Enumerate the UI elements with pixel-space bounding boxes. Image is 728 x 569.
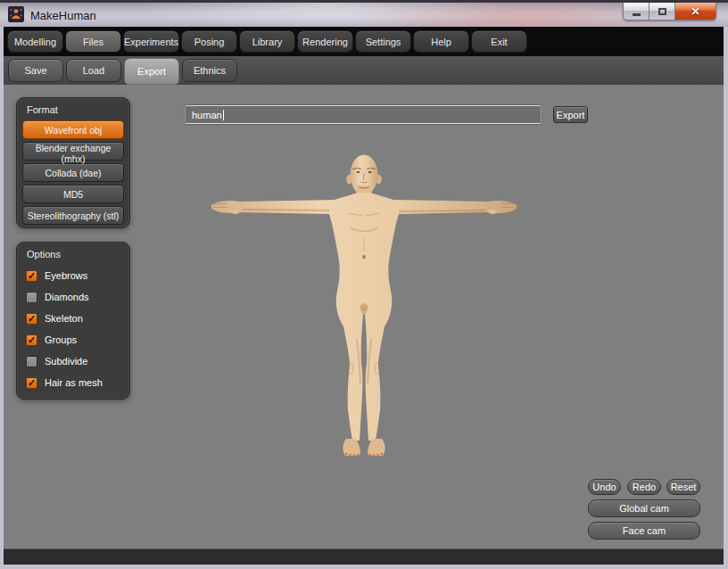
hair-as-mesh-checkbox[interactable]: ✓ <box>26 377 37 389</box>
tab-rendering[interactable]: Rendering <box>297 30 353 53</box>
undo-button[interactable]: Undo <box>588 479 621 495</box>
option-eyebrows[interactable]: ✓ Eyebrows <box>17 265 129 286</box>
tab-experiments[interactable]: Experiments <box>123 30 179 53</box>
options-panel: Options ✓ Eyebrows Diamonds ✓ Skeleton ✓… <box>16 242 130 400</box>
minimize-icon <box>633 13 641 16</box>
diamonds-label: Diamonds <box>45 292 89 302</box>
format-blender-mhx-button[interactable]: Blender exchange (mhx) <box>22 142 124 161</box>
subtab-export[interactable]: Export <box>124 58 179 85</box>
app-content: Modelling Files Experiments Posing Libra… <box>4 27 724 565</box>
close-button[interactable]: ✕ <box>674 3 716 21</box>
status-bar <box>4 548 724 565</box>
maximize-icon <box>658 8 666 15</box>
maximize-button[interactable] <box>649 3 674 21</box>
redo-button[interactable]: Redo <box>627 479 661 495</box>
global-cam-button[interactable]: Global cam <box>588 499 700 517</box>
options-panel-title: Options <box>17 243 129 265</box>
format-stereolithography-stl-button[interactable]: Stereolithography (stl) <box>22 206 124 225</box>
export-button[interactable]: Export <box>553 106 588 123</box>
subtab-load[interactable]: Load <box>66 59 121 82</box>
tab-exit[interactable]: Exit <box>471 30 527 53</box>
window-title: MakeHuman <box>30 9 96 22</box>
format-md5-button[interactable]: MD5 <box>22 185 124 203</box>
makehuman-window: MakeHuman ✕ Modelling Files Experiments … <box>0 0 728 569</box>
option-groups[interactable]: ✓ Groups <box>17 329 129 350</box>
title-bar[interactable]: MakeHuman ✕ <box>0 0 728 27</box>
format-collada-dae-button[interactable]: Collada (dae) <box>22 163 124 182</box>
human-model[interactable] <box>199 143 529 464</box>
main-menu-bar: Modelling Files Experiments Posing Libra… <box>4 27 724 56</box>
minimize-button[interactable] <box>623 3 649 21</box>
hair-as-mesh-label: Hair as mesh <box>45 377 103 388</box>
option-subdivide[interactable]: Subdivide <box>17 350 129 372</box>
option-diamonds[interactable]: Diamonds <box>17 286 129 308</box>
tab-help[interactable]: Help <box>413 30 469 53</box>
close-icon: ✕ <box>691 5 699 18</box>
skeleton-label: Skeleton <box>45 313 83 324</box>
skeleton-checkbox[interactable]: ✓ <box>26 313 37 325</box>
subdivide-label: Subdivide <box>45 356 87 367</box>
format-panel: Format Wavefront obj Blender exchange (m… <box>16 97 130 228</box>
format-panel-title: Format <box>17 98 129 120</box>
diamonds-checkbox[interactable] <box>26 292 37 303</box>
option-hair-as-mesh[interactable]: ✓ Hair as mesh <box>17 372 129 393</box>
eyebrows-label: Eyebrows <box>45 270 87 281</box>
subtab-save[interactable]: Save <box>8 59 63 82</box>
eyebrows-checkbox[interactable]: ✓ <box>26 270 37 282</box>
option-skeleton[interactable]: ✓ Skeleton <box>17 308 129 329</box>
tab-posing[interactable]: Posing <box>181 30 237 53</box>
subtab-ethnics[interactable]: Ethnics <box>182 59 237 82</box>
tab-library[interactable]: Library <box>239 30 295 53</box>
groups-label: Groups <box>45 334 77 345</box>
tab-modelling[interactable]: Modelling <box>7 30 63 53</box>
tab-files[interactable]: Files <box>65 30 121 53</box>
export-filename-input[interactable]: human <box>185 105 542 124</box>
reset-button[interactable]: Reset <box>666 479 700 495</box>
tab-settings[interactable]: Settings <box>355 30 411 53</box>
format-wavefront-obj-button[interactable]: Wavefront obj <box>22 120 124 139</box>
makehuman-logo-icon <box>8 6 24 22</box>
filename-value: human <box>192 110 222 120</box>
3d-viewport[interactable]: Format Wavefront obj Blender exchange (m… <box>4 85 724 548</box>
subdivide-checkbox[interactable] <box>26 356 37 367</box>
face-cam-button[interactable]: Face cam <box>588 522 700 540</box>
groups-checkbox[interactable]: ✓ <box>26 334 37 346</box>
window-controls: ✕ <box>623 3 716 21</box>
sub-tab-bar: Save Load Export Ethnics <box>4 56 724 85</box>
text-cursor <box>223 110 224 120</box>
